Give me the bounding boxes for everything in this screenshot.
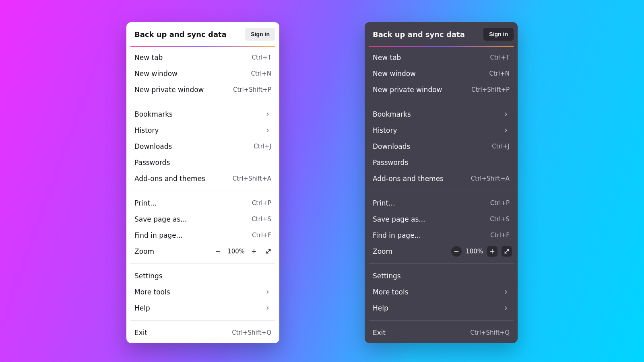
menu-item-label: Passwords <box>373 158 510 167</box>
menu-item-shortcut: Ctrl+Shift+A <box>471 175 510 182</box>
menu-item-exit[interactable]: Exit Ctrl+Shift+Q <box>126 325 279 341</box>
zoom-value: 100% <box>227 248 245 255</box>
menu-item-new-window[interactable]: New window Ctrl+N <box>365 66 518 82</box>
menu-item-shortcut: Ctrl+F <box>490 232 510 239</box>
menu-item-zoom: Zoom 100% <box>365 243 518 259</box>
menu-item-shortcut: Ctrl+P <box>252 200 271 207</box>
menu-item-new-private-window[interactable]: New private window Ctrl+Shift+P <box>365 82 518 98</box>
menu-item-label: Add-ons and themes <box>134 175 233 183</box>
menu-item-label: Find in page... <box>134 231 252 239</box>
menu-item-settings[interactable]: Settings <box>126 268 279 284</box>
menu-item-label: History <box>373 126 502 134</box>
menu-item-shortcut: Ctrl+Shift+Q <box>470 329 510 336</box>
menu-item-downloads[interactable]: Downloads Ctrl+J <box>126 138 279 154</box>
menu-item-addons[interactable]: Add-ons and themes Ctrl+Shift+A <box>365 171 518 187</box>
menu-item-addons[interactable]: Add-ons and themes Ctrl+Shift+A <box>126 171 279 187</box>
menu-item-find[interactable]: Find in page... Ctrl+F <box>365 227 518 243</box>
sync-header: Back up and sync data Sign in <box>126 22 279 46</box>
menu-item-downloads[interactable]: Downloads Ctrl+J <box>365 138 518 154</box>
menu-item-shortcut: Ctrl+T <box>490 54 510 61</box>
menu-group-tools: Settings More tools Help <box>126 265 279 319</box>
menu-item-save-page[interactable]: Save page as... Ctrl+S <box>365 211 518 227</box>
menu-item-shortcut: Ctrl+Shift+Q <box>232 329 271 336</box>
menu-item-label: Bookmarks <box>134 110 264 118</box>
header-accent-bar <box>130 46 275 47</box>
menu-item-label: Settings <box>373 272 510 280</box>
menu-item-help[interactable]: Help <box>126 300 279 316</box>
chevron-right-icon <box>502 111 510 118</box>
menu-item-new-window[interactable]: New window Ctrl+N <box>126 66 279 82</box>
app-menu-dark: Back up and sync data Sign in New tab Ct… <box>365 22 518 343</box>
zoom-in-button[interactable] <box>249 246 259 257</box>
zoom-label: Zoom <box>134 247 213 255</box>
menu-item-shortcut: Ctrl+F <box>252 232 271 239</box>
svg-line-3 <box>266 249 270 253</box>
menu-item-shortcut: Ctrl+Shift+A <box>233 175 271 182</box>
menu-item-shortcut: Ctrl+P <box>490 200 510 207</box>
menu-item-label: More tools <box>373 288 502 296</box>
zoom-value: 100% <box>466 248 483 255</box>
fullscreen-button[interactable] <box>263 246 274 257</box>
menu-item-save-page[interactable]: Save page as... Ctrl+S <box>126 211 279 227</box>
sign-in-button[interactable]: Sign in <box>245 28 275 41</box>
menu-group-new: New tab Ctrl+T New window Ctrl+N New pri… <box>365 47 518 100</box>
menu-item-shortcut: Ctrl+J <box>492 143 510 150</box>
separator <box>369 320 514 321</box>
menu-item-new-tab[interactable]: New tab Ctrl+T <box>365 49 518 66</box>
menu-item-shortcut: Ctrl+S <box>490 216 510 223</box>
menu-item-label: Settings <box>134 272 271 280</box>
menu-item-print[interactable]: Print... Ctrl+P <box>365 195 518 211</box>
header-accent-bar <box>369 46 514 47</box>
menu-item-label: Print... <box>373 199 490 207</box>
menu-item-shortcut: Ctrl+S <box>252 216 271 223</box>
chevron-right-icon <box>502 288 510 296</box>
menu-item-shortcut: Ctrl+T <box>252 54 271 61</box>
sync-header: Back up and sync data Sign in <box>365 22 518 46</box>
menu-item-label: Downloads <box>373 142 492 150</box>
menu-group-library: Bookmarks History Downloads Ctrl+J Passw… <box>365 104 518 189</box>
menu-item-help[interactable]: Help <box>365 300 518 316</box>
chevron-right-icon <box>264 127 271 134</box>
chevron-right-icon <box>264 288 271 296</box>
menu-item-label: Save page as... <box>373 215 490 223</box>
menu-item-label: Downloads <box>134 142 254 150</box>
menu-item-shortcut: Ctrl+N <box>251 70 271 77</box>
separator <box>369 191 514 191</box>
menu-item-history[interactable]: History <box>126 122 279 138</box>
menu-item-find[interactable]: Find in page... Ctrl+F <box>126 227 279 243</box>
separator <box>130 263 275 264</box>
separator <box>130 102 275 102</box>
menu-item-bookmarks[interactable]: Bookmarks <box>365 106 518 122</box>
menu-item-label: Passwords <box>134 158 271 167</box>
menu-item-passwords[interactable]: Passwords <box>126 154 279 171</box>
menu-item-new-private-window[interactable]: New private window Ctrl+Shift+P <box>126 82 279 98</box>
zoom-in-button[interactable] <box>487 246 497 257</box>
sync-title: Back up and sync data <box>134 30 227 39</box>
menu-item-label: New tab <box>373 53 490 62</box>
menu-item-more-tools[interactable]: More tools <box>126 284 279 300</box>
menu-item-label: Save page as... <box>134 215 252 223</box>
menu-group-library: Bookmarks History Downloads Ctrl+J Passw… <box>126 104 279 189</box>
zoom-out-button[interactable] <box>213 246 223 257</box>
fullscreen-button[interactable] <box>502 246 512 257</box>
menu-item-more-tools[interactable]: More tools <box>365 284 518 300</box>
menu-item-bookmarks[interactable]: Bookmarks <box>126 106 279 122</box>
menu-item-label: History <box>134 126 264 134</box>
menu-item-print[interactable]: Print... Ctrl+P <box>126 195 279 211</box>
zoom-out-button[interactable] <box>451 246 462 257</box>
menu-item-label: Add-ons and themes <box>373 175 471 183</box>
menu-item-exit[interactable]: Exit Ctrl+Shift+Q <box>365 325 518 341</box>
menu-item-label: Exit <box>373 329 470 337</box>
sign-in-button[interactable]: Sign in <box>483 28 514 41</box>
menu-item-shortcut: Ctrl+Shift+P <box>233 86 271 93</box>
menu-item-new-tab[interactable]: New tab Ctrl+T <box>126 49 279 66</box>
menu-item-label: New private window <box>373 86 471 94</box>
menu-item-history[interactable]: History <box>365 122 518 138</box>
menu-item-label: New tab <box>134 53 252 62</box>
menu-item-passwords[interactable]: Passwords <box>365 154 518 171</box>
menu-item-settings[interactable]: Settings <box>365 268 518 284</box>
svg-line-7 <box>505 249 508 253</box>
menu-item-label: New window <box>134 70 251 78</box>
menu-group-exit: Exit Ctrl+Shift+Q <box>126 322 279 343</box>
separator <box>369 263 514 264</box>
